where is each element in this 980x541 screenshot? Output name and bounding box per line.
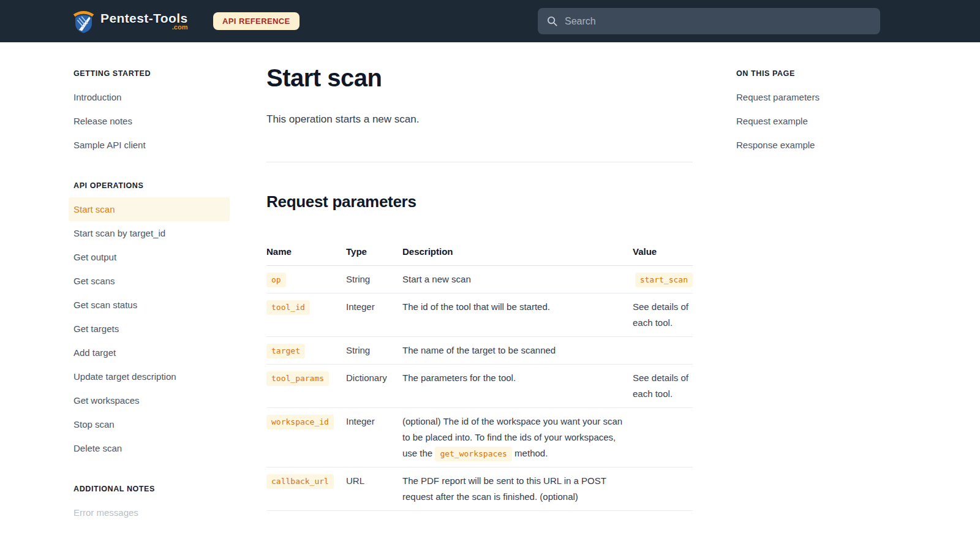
sidebar-item-get-output[interactable]: Get output <box>69 245 230 269</box>
page-layout: GETTING STARTED Introduction Release not… <box>0 42 980 541</box>
table-row: target String The name of the target to … <box>266 337 693 365</box>
param-name-code: tool_id <box>266 300 310 315</box>
column-header-description: Description <box>402 246 633 257</box>
column-header-type: Type <box>346 246 402 257</box>
param-name-code: workspace_id <box>266 415 334 429</box>
toc-item-request-parameters[interactable]: Request parameters <box>736 85 871 109</box>
nav-section-api-operations: API OPERATIONS Start scan Start scan by … <box>69 181 230 460</box>
param-name-code: target <box>266 344 305 358</box>
param-type: Dictionary <box>346 370 402 386</box>
toc-title: ON THIS PAGE <box>736 69 871 78</box>
top-navigation-bar: Pentest-Tools .com API REFERENCE <box>0 0 980 42</box>
nav-section-title: API OPERATIONS <box>69 181 230 190</box>
param-description: The PDF report will be sent to this URL … <box>402 473 633 505</box>
shield-logo-icon <box>72 9 95 34</box>
table-row: tool_params Dictionary The parameters fo… <box>266 365 693 408</box>
nav-section-title: ADDITIONAL NOTES <box>69 485 230 493</box>
param-description: The name of the target to be scanned <box>402 342 633 358</box>
param-description: Start a new scan <box>402 271 633 287</box>
param-type: URL <box>346 473 402 489</box>
page-intro: This operation starts a new scan. <box>266 112 693 127</box>
param-description: (optional) The id of the workspace you w… <box>402 414 633 461</box>
param-value-code: start_scan <box>635 273 693 287</box>
left-sidebar-nav: GETTING STARTED Introduction Release not… <box>69 42 230 541</box>
sidebar-item-introduction[interactable]: Introduction <box>69 85 230 109</box>
param-type: String <box>346 271 402 287</box>
param-name-code: tool_params <box>266 371 329 386</box>
nav-section-getting-started: GETTING STARTED Introduction Release not… <box>69 69 230 157</box>
logo-tld: .com <box>172 24 188 31</box>
sidebar-item-get-workspaces[interactable]: Get workspaces <box>69 388 230 412</box>
sidebar-item-sample-api-client[interactable]: Sample API client <box>69 133 230 157</box>
pentest-tools-logo[interactable]: Pentest-Tools .com <box>72 0 188 42</box>
sidebar-item-start-scan-by-target-id[interactable]: Start scan by target_id <box>69 221 230 245</box>
request-parameters-heading: Request parameters <box>266 192 693 211</box>
param-type: Integer <box>346 299 402 315</box>
sidebar-item-release-notes[interactable]: Release notes <box>69 109 230 133</box>
api-reference-badge[interactable]: API REFERENCE <box>213 12 300 30</box>
sidebar-item-stop-scan[interactable]: Stop scan <box>69 412 230 436</box>
table-row: callback_url URL The PDF report will be … <box>266 467 693 511</box>
section-divider <box>266 162 693 162</box>
param-type: String <box>346 342 402 358</box>
nav-section-title: GETTING STARTED <box>69 69 230 78</box>
param-type: Integer <box>346 414 402 429</box>
table-header-row: Name Type Description Value <box>266 246 693 266</box>
sidebar-item-update-target-description[interactable]: Update target description <box>69 365 230 388</box>
nav-section-additional-notes: ADDITIONAL NOTES Error messages <box>69 485 230 524</box>
param-name-code: op <box>266 273 286 287</box>
page-title: Start scan <box>266 64 693 91</box>
sidebar-item-add-target[interactable]: Add target <box>69 341 230 365</box>
inline-code-get-workspaces: get_workspaces <box>435 447 512 461</box>
search-input[interactable] <box>565 16 859 27</box>
logo-wordmark: Pentest-Tools <box>100 12 188 25</box>
sidebar-item-error-messages[interactable]: Error messages <box>69 501 230 524</box>
on-this-page-toc: ON THIS PAGE Request parameters Request … <box>736 42 871 157</box>
sidebar-item-get-scan-status[interactable]: Get scan status <box>69 293 230 317</box>
sidebar-item-start-scan[interactable]: Start scan <box>69 197 230 221</box>
param-description: The parameters for the tool. <box>402 370 633 386</box>
toc-item-response-example[interactable]: Response example <box>736 133 871 157</box>
toc-item-request-example[interactable]: Request example <box>736 109 871 133</box>
request-parameters-table: Name Type Description Value op String St… <box>266 246 693 511</box>
search-icon <box>546 15 558 27</box>
column-header-value: Value <box>633 246 693 257</box>
column-header-name: Name <box>266 246 346 257</box>
sidebar-item-get-targets[interactable]: Get targets <box>69 317 230 341</box>
table-row: workspace_id Integer (optional) The id o… <box>266 408 693 467</box>
param-name-code: callback_url <box>266 474 334 489</box>
table-row: tool_id Integer The id of the tool that … <box>266 293 693 337</box>
param-value: See details of each tool. <box>633 299 693 331</box>
search-box[interactable] <box>538 8 880 34</box>
sidebar-item-get-scans[interactable]: Get scans <box>69 269 230 293</box>
param-value: See details of each tool. <box>633 370 693 402</box>
param-description: The id of the tool that will be started. <box>402 299 633 315</box>
sidebar-item-delete-scan[interactable]: Delete scan <box>69 436 230 460</box>
main-content: Start scan This operation starts a new s… <box>266 42 693 511</box>
table-row: op String Start a new scan start_scan <box>266 266 693 293</box>
